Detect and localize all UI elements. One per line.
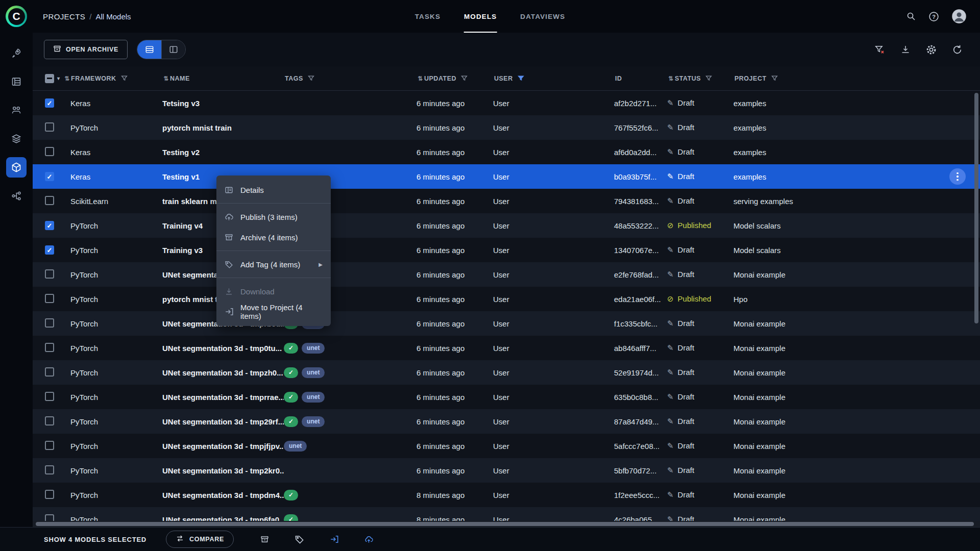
app-logo[interactable]: C bbox=[0, 0, 33, 33]
compare-button[interactable]: COMPARE bbox=[166, 531, 234, 548]
table-row[interactable]: Keras Tetsing v3 6 minutes ago User af2b… bbox=[33, 91, 980, 115]
table-row[interactable]: PyTorch UNet segmentation 3d - tmprb9d..… bbox=[33, 311, 980, 336]
rocket-icon[interactable] bbox=[6, 43, 27, 63]
table-row[interactable]: Keras Testing v2 6 minutes ago User af6d… bbox=[33, 140, 980, 164]
project-cell: Monai example bbox=[733, 417, 980, 426]
select-all-checkbox[interactable] bbox=[45, 74, 54, 83]
filter-icon[interactable] bbox=[705, 75, 712, 82]
row-checkbox[interactable] bbox=[45, 343, 54, 352]
row-checkbox[interactable] bbox=[45, 441, 54, 450]
sort-icon[interactable]: ⇅ bbox=[163, 75, 169, 82]
table-row[interactable]: PyTorch UNet segmentation 3d - tmpdm4...… bbox=[33, 483, 980, 507]
menu-item-archive-4-items[interactable]: Archive (4 items) bbox=[216, 227, 331, 247]
vertical-scrollbar-thumb[interactable] bbox=[974, 93, 978, 323]
column-header-user[interactable]: USER bbox=[493, 66, 614, 90]
row-checkbox[interactable] bbox=[45, 196, 54, 205]
footer-move-to-project-icon[interactable] bbox=[330, 535, 339, 544]
tab-models[interactable]: MODELS bbox=[464, 0, 497, 33]
selection-dropdown-caret[interactable]: ▾ bbox=[57, 76, 60, 81]
row-checkbox[interactable] bbox=[45, 367, 54, 377]
refresh-icon[interactable] bbox=[952, 44, 963, 55]
tab-tasks[interactable]: TASKS bbox=[415, 0, 440, 33]
row-menu-button[interactable] bbox=[949, 168, 966, 185]
filter-icon[interactable] bbox=[461, 75, 468, 82]
download-icon[interactable] bbox=[900, 44, 911, 55]
table-row[interactable]: PyTorch UNet segmentation 3d - tmpjfjpv.… bbox=[33, 434, 980, 458]
table-row[interactable]: PyTorch UNet segmentation 3d - tmp6fa0..… bbox=[33, 507, 980, 521]
menu-item-publish-3-items[interactable]: Publish (3 items) bbox=[216, 207, 331, 227]
row-checkbox[interactable] bbox=[45, 122, 54, 132]
table-row[interactable]: PyTorch pytorch mnist train 6 minutes ag… bbox=[33, 115, 980, 140]
models-icon[interactable] bbox=[6, 157, 27, 178]
row-checkbox[interactable] bbox=[45, 269, 54, 279]
row-checkbox[interactable] bbox=[45, 318, 54, 328]
row-checkbox[interactable] bbox=[45, 514, 54, 521]
filter-icon[interactable] bbox=[771, 75, 778, 82]
table-row[interactable]: PyTorch UNet segmentation 3d - tmp29rf..… bbox=[33, 409, 980, 434]
workers-icon[interactable] bbox=[6, 100, 27, 120]
clear-filters-icon[interactable] bbox=[874, 44, 885, 55]
selection-count-label[interactable]: SHOW 4 MODELS SELECTED bbox=[44, 536, 146, 543]
clearml-logo-icon: C bbox=[6, 6, 27, 27]
column-header-id[interactable]: ID bbox=[614, 66, 667, 90]
open-archive-button[interactable]: OPEN ARCHIVE bbox=[44, 40, 128, 59]
horizontal-scrollbar-thumb[interactable] bbox=[36, 522, 974, 526]
row-checkbox[interactable] bbox=[45, 392, 54, 401]
footer-tag-icon[interactable] bbox=[295, 535, 304, 544]
help-icon[interactable]: ? bbox=[928, 11, 939, 22]
row-checkbox[interactable] bbox=[45, 221, 54, 230]
breadcrumb-current[interactable]: All Models bbox=[95, 12, 131, 21]
table-row[interactable]: PyTorch Training v4 6 minutes ago User 4… bbox=[33, 213, 980, 238]
menu-item-add-tag-4-items[interactable]: Add Tag (4 items)▶ bbox=[216, 254, 331, 274]
column-header-updated[interactable]: ⇅UPDATED bbox=[416, 66, 493, 90]
row-checkbox[interactable] bbox=[45, 98, 54, 108]
pipelines-icon[interactable] bbox=[6, 186, 27, 206]
table-row[interactable]: PyTorch UNet segmentation 3d - tmp2kr0..… bbox=[33, 458, 980, 483]
filter-icon[interactable] bbox=[121, 75, 128, 82]
column-header-framework[interactable]: ⇅FRAMEWORK bbox=[63, 66, 162, 90]
table-row[interactable]: PyTorch UNet segmentat... 6 minutes ago … bbox=[33, 262, 980, 287]
settings-icon[interactable] bbox=[926, 44, 937, 55]
sort-icon[interactable]: ⇅ bbox=[64, 75, 70, 82]
row-checkbox[interactable] bbox=[45, 245, 54, 255]
footer-archive-icon[interactable] bbox=[260, 535, 269, 544]
column-header-project[interactable]: PROJECT bbox=[733, 66, 980, 90]
datasets-icon[interactable] bbox=[6, 129, 27, 149]
table-row[interactable]: PyTorch UNet segmentation 3d - tmprrae..… bbox=[33, 385, 980, 409]
card-view-button[interactable] bbox=[161, 40, 185, 59]
table-view-button[interactable] bbox=[137, 40, 161, 59]
row-checkbox[interactable] bbox=[45, 465, 54, 474]
column-label: UPDATED bbox=[424, 75, 456, 82]
avatar[interactable] bbox=[951, 9, 967, 24]
reports-icon[interactable] bbox=[6, 71, 27, 92]
footer-publish-icon[interactable] bbox=[364, 535, 373, 544]
menu-item-move-to-project-4-items[interactable]: Move to Project (4 items) bbox=[216, 302, 331, 322]
sort-icon[interactable]: ⇅ bbox=[668, 75, 674, 82]
status-cell: ✎Draft bbox=[667, 392, 733, 402]
column-header-status[interactable]: ⇅STATUS bbox=[667, 66, 733, 90]
select-all-cell: ▾ bbox=[33, 66, 63, 90]
row-checkbox[interactable] bbox=[45, 294, 54, 303]
filter-icon[interactable] bbox=[518, 75, 524, 82]
row-checkbox[interactable] bbox=[45, 172, 54, 181]
filter-icon[interactable] bbox=[308, 75, 314, 82]
column-header-tags[interactable]: TAGS bbox=[284, 66, 416, 90]
id-cell: f1c335cbfc... bbox=[614, 319, 667, 328]
menu-item-details[interactable]: Details bbox=[216, 180, 331, 200]
search-icon[interactable] bbox=[906, 11, 916, 21]
horizontal-scrollbar[interactable] bbox=[33, 521, 980, 527]
row-checkbox[interactable] bbox=[45, 147, 54, 156]
table-row[interactable]: PyTorch UNet segmentation 3d - tmpzh0...… bbox=[33, 360, 980, 385]
column-header-name[interactable]: ⇅NAME bbox=[162, 66, 284, 90]
table-row[interactable]: Keras Testing v1 6 minutes ago User b0a9… bbox=[33, 164, 980, 189]
table-row[interactable]: ScikitLearn train sklearn mo... 6 minute… bbox=[33, 189, 980, 213]
table-row[interactable]: PyTorch Training v3 6 minutes ago User 1… bbox=[33, 238, 980, 262]
table-row[interactable]: PyTorch UNet segmentation 3d - tmp0tu...… bbox=[33, 336, 980, 360]
compare-icon bbox=[176, 534, 184, 544]
breadcrumb-root[interactable]: PROJECTS bbox=[43, 12, 85, 21]
tab-dataviews[interactable]: DATAVIEWS bbox=[520, 0, 565, 33]
table-row[interactable]: PyTorch pytorch mnist tr... 6 minutes ag… bbox=[33, 287, 980, 311]
sort-icon[interactable]: ⇅ bbox=[418, 75, 423, 82]
row-checkbox[interactable] bbox=[45, 416, 54, 425]
row-checkbox[interactable] bbox=[45, 490, 54, 499]
